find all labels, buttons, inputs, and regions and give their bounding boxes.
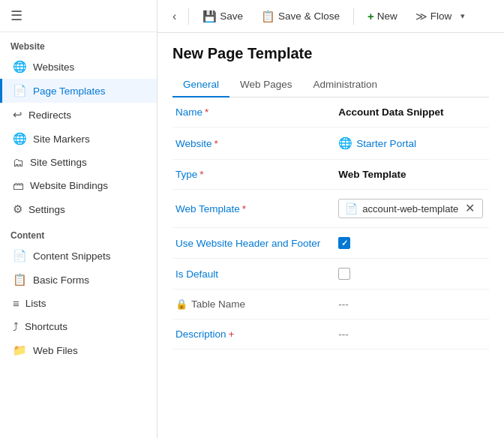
page-area: New Page Template General Web Pages Admi… (158, 33, 504, 438)
save-close-label: Save & Close (278, 10, 340, 22)
sidebar-item-label: Settings (28, 204, 65, 215)
sidebar-item-label: Web Files (33, 345, 78, 356)
settings-icon: ⚙ (13, 202, 22, 216)
sidebar-section-label-website: Website (0, 32, 157, 55)
website-link-text: Starter Portal (356, 138, 416, 149)
sidebar-item-label: Lists (26, 298, 46, 309)
toolbar: ‹ 💾 Save 📋 Save & Close + New ≫ Flow ▾ (158, 0, 504, 33)
required-star: * (200, 169, 203, 180)
field-label-description: Description+ (172, 320, 332, 350)
field-label-use-website-header: Use Website Header and Footer (172, 228, 332, 259)
field-value-is-default (332, 259, 489, 290)
sidebar-item-page-templates[interactable]: 📄 Page Templates (0, 79, 157, 103)
field-value-description: --- (332, 320, 489, 350)
new-icon: + (368, 10, 374, 22)
sidebar-item-label: Content Snippets (33, 250, 111, 262)
website-link[interactable]: 🌐 Starter Portal (338, 136, 483, 150)
sidebar-item-websites[interactable]: 🌐 Websites (0, 55, 157, 79)
form-row-is-default: Is Default (172, 259, 489, 290)
form-table: Name* Account Data Snippet Website* 🌐 St… (172, 98, 489, 350)
field-label-web-template: Web Template* (172, 190, 332, 228)
save-label: Save (220, 10, 243, 22)
sidebar-section-content: Content 📄 Content Snippets 📋 Basic Forms… (0, 221, 157, 362)
new-button[interactable]: + New (360, 6, 405, 26)
sidebar-item-label: Websites (33, 62, 74, 73)
flow-label: Flow (430, 10, 452, 22)
form-row-type: Type* Web Template (172, 160, 489, 190)
sidebar-item-label: Site Markers (33, 134, 90, 145)
web-files-icon: 📁 (13, 344, 27, 357)
flow-icon: ≫ (416, 10, 428, 23)
form-row-web-template: Web Template* 📄 account-web-template ✕ (172, 190, 489, 228)
sidebar-item-redirects[interactable]: ↩ Redirects (0, 103, 157, 127)
clear-web-template-button[interactable]: ✕ (464, 202, 476, 214)
is-default-checkbox[interactable] (338, 268, 350, 280)
sidebar: ☰ Website 🌐 Websites 📄 Page Templates ↩ … (0, 0, 158, 438)
sidebar-item-shortcuts[interactable]: ⤴ Shortcuts (0, 315, 157, 338)
form-row-table-name: 🔒 Table Name --- (172, 290, 489, 320)
toolbar-divider-1 (188, 8, 189, 25)
field-label-is-default: Is Default (172, 259, 332, 290)
save-close-icon: 📋 (261, 10, 275, 23)
sidebar-item-content-snippets[interactable]: 📄 Content Snippets (0, 244, 157, 268)
file-icon: 📄 (345, 202, 358, 214)
new-label: New (377, 10, 398, 22)
chevron-down-icon[interactable]: ▾ (460, 11, 465, 21)
tabs: General Web Pages Administration (172, 73, 489, 98)
field-value-name: Account Data Snippet (332, 98, 489, 128)
required-star: * (214, 138, 218, 149)
sidebar-item-web-files[interactable]: 📁 Web Files (0, 338, 157, 362)
save-close-button[interactable]: 📋 Save & Close (254, 6, 347, 27)
use-website-header-checkbox[interactable] (338, 237, 350, 249)
back-button[interactable]: ‹ (166, 6, 182, 27)
basic-forms-icon: 📋 (13, 273, 27, 286)
sidebar-header: ☰ (0, 0, 157, 32)
web-template-field[interactable]: 📄 account-web-template ✕ (338, 199, 483, 218)
sidebar-item-basic-forms[interactable]: 📋 Basic Forms (0, 268, 157, 292)
tab-web-pages[interactable]: Web Pages (230, 73, 303, 98)
form-row-description: Description+ --- (172, 320, 489, 350)
site-markers-icon: 🌐 (13, 132, 27, 146)
sidebar-item-site-markers[interactable]: 🌐 Site Markers (0, 127, 157, 151)
sidebar-item-label: Site Settings (30, 157, 87, 168)
main-content: ‹ 💾 Save 📋 Save & Close + New ≫ Flow ▾ N… (158, 0, 504, 438)
form-row-website: Website* 🌐 Starter Portal (172, 128, 489, 160)
save-button[interactable]: 💾 Save (195, 6, 250, 27)
required-star: * (242, 203, 246, 214)
field-label-type: Type* (172, 160, 332, 190)
field-value-table-name: --- (332, 290, 489, 320)
globe-icon: 🌐 (13, 60, 27, 74)
field-label-table-name: 🔒 Table Name (172, 290, 332, 320)
save-icon: 💾 (202, 10, 217, 23)
required-star: + (229, 328, 235, 340)
sidebar-item-label: Basic Forms (33, 274, 89, 286)
toolbar-divider-2 (353, 8, 354, 25)
sidebar-item-site-settings[interactable]: 🗂 Site Settings (0, 151, 157, 174)
flow-dropdown[interactable]: ≫ Flow ▾ (408, 6, 466, 27)
field-value-web-template: 📄 account-web-template ✕ (332, 190, 489, 228)
sidebar-item-label: Page Templates (33, 86, 106, 97)
form-row-name: Name* Account Data Snippet (172, 98, 489, 128)
tab-administration[interactable]: Administration (303, 73, 388, 98)
lock-label: 🔒 Table Name (176, 298, 320, 310)
field-value-use-website-header (332, 228, 489, 259)
tab-general[interactable]: General (172, 73, 230, 98)
sidebar-section-website: Website 🌐 Websites 📄 Page Templates ↩ Re… (0, 32, 157, 221)
field-value-website: 🌐 Starter Portal (332, 128, 489, 160)
sidebar-item-label: Website Bindings (30, 180, 108, 191)
hamburger-icon[interactable]: ☰ (10, 8, 22, 24)
sidebar-item-lists[interactable]: ≡ Lists (0, 292, 157, 315)
shortcuts-icon: ⤴ (13, 320, 19, 333)
lock-icon: 🔒 (176, 298, 188, 310)
lists-icon: ≡ (13, 297, 20, 310)
sidebar-item-website-bindings[interactable]: 🗃 Website Bindings (0, 174, 157, 197)
required-star: * (205, 106, 208, 118)
form-row-use-website-header: Use Website Header and Footer (172, 228, 489, 259)
content-snippets-icon: 📄 (13, 249, 27, 262)
sidebar-section-label-content: Content (0, 221, 157, 244)
website-bindings-icon: 🗃 (13, 179, 24, 192)
field-label-name: Name* (172, 98, 332, 128)
flow-button[interactable]: ≫ Flow (408, 6, 460, 27)
sidebar-item-settings[interactable]: ⚙ Settings (0, 197, 157, 221)
field-value-type: Web Template (332, 160, 489, 190)
